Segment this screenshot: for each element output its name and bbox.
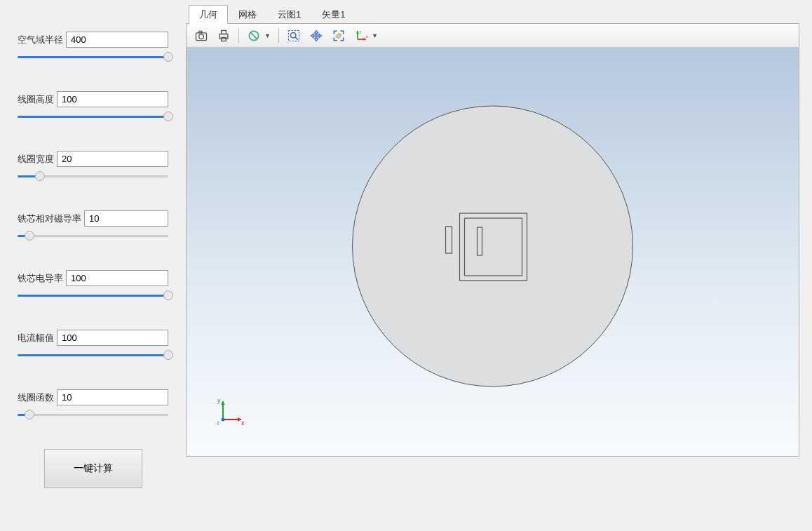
svg-line-7 xyxy=(250,32,257,39)
pan-icon[interactable] xyxy=(306,26,327,46)
param-slider[interactable] xyxy=(18,171,168,182)
param-row: 电流幅值 xyxy=(18,330,168,361)
svg-rect-2 xyxy=(199,31,202,33)
svg-rect-3 xyxy=(219,34,228,39)
param-slider[interactable] xyxy=(18,350,168,361)
param-label: 电流幅值 xyxy=(18,332,54,344)
view-frame: ▼xy▼ xyxy=(186,23,799,457)
svg-point-1 xyxy=(199,34,204,39)
geometry-svg xyxy=(187,48,799,456)
param-slider[interactable] xyxy=(18,410,168,421)
param-input[interactable] xyxy=(57,389,168,405)
tab-网格[interactable]: 网格 xyxy=(228,5,267,24)
view-tabs: 几何网格云图1矢量1 xyxy=(186,4,799,23)
svg-rect-5 xyxy=(222,37,226,41)
svg-text:y: y xyxy=(217,397,221,404)
svg-point-22 xyxy=(222,418,225,422)
svg-point-9 xyxy=(290,32,296,38)
parameter-panel: 空气域半径 线圈高度 线圈宽度 xyxy=(0,0,186,531)
param-row: 铁芯电导率 xyxy=(18,270,168,302)
svg-marker-15 xyxy=(356,31,359,33)
svg-text:z: z xyxy=(217,419,219,425)
svg-line-10 xyxy=(295,37,298,40)
param-label: 线圈宽度 xyxy=(18,153,54,166)
param-input[interactable] xyxy=(66,32,168,48)
air-domain-circle xyxy=(353,106,633,387)
param-input[interactable] xyxy=(57,151,168,167)
param-row: 空气域半径 xyxy=(18,32,168,63)
camera-icon[interactable] xyxy=(191,26,212,46)
view-toolbar: ▼xy▼ xyxy=(187,24,799,48)
tab-云图1[interactable]: 云图1 xyxy=(267,5,311,24)
param-row: 线圈高度 xyxy=(18,91,168,123)
param-slider[interactable] xyxy=(18,112,168,123)
zoom-box-icon[interactable] xyxy=(283,26,304,46)
param-input[interactable] xyxy=(57,330,168,346)
param-input[interactable] xyxy=(66,270,168,286)
view-panel: 几何网格云图1矢量1 ▼xy▼ xyxy=(186,0,812,531)
dropdown-caret-icon[interactable]: ▼ xyxy=(264,32,271,39)
svg-rect-11 xyxy=(336,32,341,38)
calculate-button[interactable]: 一键计算 xyxy=(44,449,142,488)
param-slider[interactable] xyxy=(18,231,168,242)
svg-text:x: x xyxy=(241,419,245,425)
param-label: 铁芯相对磁导率 xyxy=(18,213,81,225)
param-row: 线圈函数 xyxy=(18,389,168,421)
param-slider[interactable] xyxy=(18,52,168,63)
svg-text:x: x xyxy=(366,34,368,38)
param-row: 线圈宽度 xyxy=(18,151,168,182)
prohibit-icon[interactable] xyxy=(243,26,264,46)
fit-icon[interactable] xyxy=(328,26,349,46)
dropdown-caret-icon[interactable]: ▼ xyxy=(372,32,379,39)
param-input[interactable] xyxy=(84,210,168,227)
tab-矢量1[interactable]: 矢量1 xyxy=(311,5,356,24)
param-slider[interactable] xyxy=(18,290,168,302)
param-input[interactable] xyxy=(57,91,168,107)
toolbar-separator xyxy=(278,28,279,43)
toolbar-separator xyxy=(238,28,239,43)
param-label: 空气域半径 xyxy=(18,34,63,46)
tab-几何[interactable]: 几何 xyxy=(189,5,228,24)
param-label: 铁芯电导率 xyxy=(18,272,63,285)
param-label: 线圈高度 xyxy=(18,93,54,106)
svg-text:y: y xyxy=(360,29,362,33)
svg-rect-4 xyxy=(222,30,226,34)
svg-marker-13 xyxy=(363,37,365,40)
param-row: 铁芯相对磁导率 xyxy=(18,210,168,242)
svg-marker-21 xyxy=(221,401,225,405)
axis-triad-icon: x y z xyxy=(217,397,245,425)
print-icon[interactable] xyxy=(213,26,234,46)
param-label: 线圈函数 xyxy=(18,391,54,404)
axis-icon[interactable]: xy xyxy=(351,26,372,46)
geometry-canvas[interactable]: x y z xyxy=(187,48,799,456)
